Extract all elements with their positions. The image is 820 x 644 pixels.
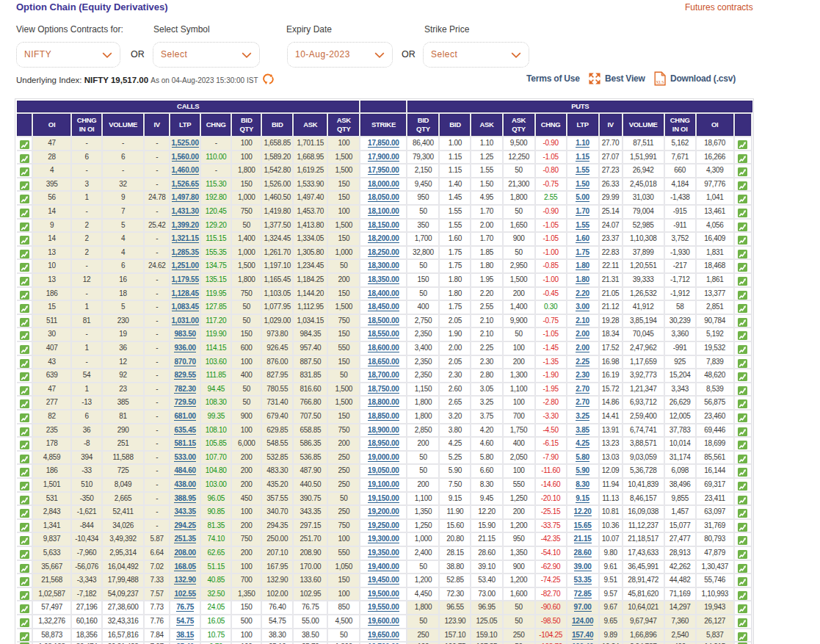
svg-text:XLS: XLS <box>656 80 664 84</box>
